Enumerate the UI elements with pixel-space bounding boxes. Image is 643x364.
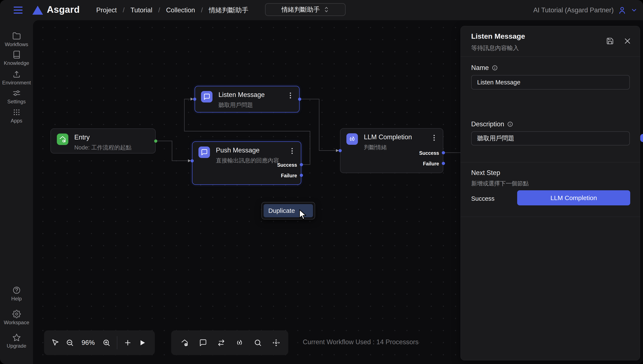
chevron-up-down-icon (324, 6, 329, 13)
node-llm-completion[interactable]: LLM Completion 判斷情緒 Success Failure (340, 128, 443, 173)
play-icon[interactable] (138, 339, 146, 347)
plus-icon[interactable] (124, 339, 132, 347)
toolbar-divider (117, 336, 117, 349)
node-title: Push Message (216, 146, 279, 154)
next-step-row-label: Success (471, 195, 495, 202)
llm-sync-icon[interactable] (236, 339, 244, 347)
zoom-out-icon[interactable] (66, 339, 74, 347)
sliders-icon (12, 89, 21, 98)
port-llm-success[interactable] (442, 151, 445, 154)
upload-icon (12, 70, 21, 78)
name-input[interactable] (471, 75, 630, 90)
sidebar-item-workflows[interactable]: Workflows (0, 32, 33, 48)
port-listen-output[interactable] (298, 98, 301, 101)
output-label-success: Success (277, 162, 297, 168)
context-menu: Duplicate (262, 202, 315, 220)
next-step-title: Next Step (471, 169, 500, 177)
node-subtitle: 聽取用戶問題 (219, 101, 265, 109)
chat-bubble-icon (201, 91, 212, 102)
sidebar-item-help[interactable]: Help (0, 286, 33, 302)
asgard-logo-icon (32, 6, 43, 15)
description-field-label: Description (471, 120, 513, 128)
zoom-level: 96% (80, 339, 96, 346)
output-label-success: Success (419, 150, 439, 156)
workflow-selector[interactable]: 情緒判斷助手 (265, 3, 346, 16)
node-subtitle: 判斷情緒 (364, 144, 412, 151)
breadcrumb-project[interactable]: Project (96, 6, 117, 14)
sidebar-item-upgrade[interactable]: Upgrade (0, 333, 33, 349)
node-push-message[interactable]: Push Message 直接輸出訊息的回應內容 Success Failure (192, 142, 301, 185)
output-label-failure: Failure (423, 161, 439, 167)
breadcrumb-separator: / (201, 6, 203, 14)
chevron-down-icon (631, 7, 637, 14)
node-title: Listen Message (219, 91, 265, 99)
inspector-panel: Listen Message 等待訊息內容輸入 Name (461, 26, 640, 360)
sidebar-item-workspace[interactable]: Workspace (0, 310, 33, 326)
home-plus-icon (57, 134, 68, 145)
description-input[interactable] (471, 132, 630, 146)
help-circle-icon (12, 286, 21, 294)
node-entry[interactable]: Entry Node: 工作流程的起點 (51, 128, 156, 154)
port-push-success[interactable] (300, 163, 303, 166)
chat-bubble-icon[interactable] (199, 339, 207, 347)
port-push-input[interactable] (190, 159, 194, 162)
port-llm-input[interactable] (339, 149, 342, 152)
breadcrumb-tutorial[interactable]: Tutorial (130, 6, 152, 14)
sidebar-item-environment[interactable]: Environment (0, 70, 33, 86)
port-entry-output[interactable] (154, 140, 157, 143)
node-listen-message[interactable]: Listen Message 聽取用戶問題 (195, 86, 300, 112)
home-plus-icon[interactable] (180, 339, 189, 347)
breadcrumb-separator: / (158, 6, 160, 14)
breadcrumb-workflow[interactable]: 情緒判斷助手 (209, 6, 249, 15)
breadcrumb: Project / Tutorial / Collection / 情緒判斷助手 (96, 0, 249, 20)
app-window: Entry Node: 工作流程的起點 Listen Message 聽取用戶問… (0, 0, 643, 364)
hamburger-menu-icon[interactable] (14, 6, 23, 14)
top-bar: Asgard Project / Tutorial / Collection /… (0, 0, 643, 20)
workflow-selector-value: 情緒判斷助手 (282, 5, 320, 14)
port-push-failure[interactable] (300, 174, 303, 177)
breadcrumb-separator: / (123, 6, 125, 14)
book-icon (12, 50, 21, 59)
apps-grid-icon (12, 108, 21, 116)
chat-bubble-icon (198, 146, 210, 158)
info-icon (492, 65, 498, 71)
panel-divider (461, 162, 640, 162)
canvas-toolbar-zoom: 96% (44, 330, 155, 355)
next-step-subtitle: 新增或選擇下一個節點 (471, 180, 529, 187)
star-icon (12, 333, 21, 342)
sidebar-item-knowledge[interactable]: Knowledge (0, 50, 33, 66)
kebab-menu-icon[interactable] (287, 92, 294, 99)
panel-divider (461, 56, 640, 57)
account-area[interactable]: AI Tutorial (Asgard Partner) (533, 0, 637, 20)
next-step-target-button[interactable]: LLM Completion (517, 190, 630, 206)
workflow-usage-status: Current Workflow Used : 14 Processors (303, 338, 418, 346)
node-subtitle: Node: 工作流程的起點 (74, 144, 132, 152)
node-subtitle: 直接輸出訊息的回應內容 (216, 157, 279, 164)
context-menu-item-duplicate[interactable]: Duplicate (264, 204, 313, 217)
gear-icon (12, 310, 21, 318)
zoom-in-icon[interactable] (102, 339, 110, 347)
close-icon[interactable] (624, 37, 631, 45)
node-title: LLM Completion (364, 133, 412, 141)
canvas-toolbar-nodes (171, 330, 288, 355)
save-icon[interactable] (606, 37, 614, 45)
kebab-menu-icon[interactable] (431, 134, 437, 142)
panel-edge-handle[interactable] (640, 134, 643, 142)
kebab-menu-icon[interactable] (289, 147, 295, 154)
move-icon[interactable] (272, 339, 280, 347)
name-field-label: Name (471, 64, 498, 72)
folder-icon (12, 32, 21, 40)
port-listen-input[interactable] (193, 98, 196, 101)
user-icon (618, 6, 626, 14)
sidebar-item-apps[interactable]: Apps (0, 108, 33, 124)
select-cursor-icon[interactable] (51, 339, 59, 347)
panel-title: Listen Message (471, 32, 525, 40)
swap-arrows-icon[interactable] (217, 339, 225, 347)
sidebar-item-settings[interactable]: Settings (0, 89, 33, 104)
logo-text: Asgard (47, 4, 80, 15)
port-llm-failure[interactable] (442, 162, 445, 165)
llm-sync-icon (346, 133, 358, 145)
search-icon[interactable] (254, 339, 262, 347)
breadcrumb-collection[interactable]: Collection (166, 6, 195, 14)
sidebar: Workflows Knowledge Environment (0, 20, 33, 364)
